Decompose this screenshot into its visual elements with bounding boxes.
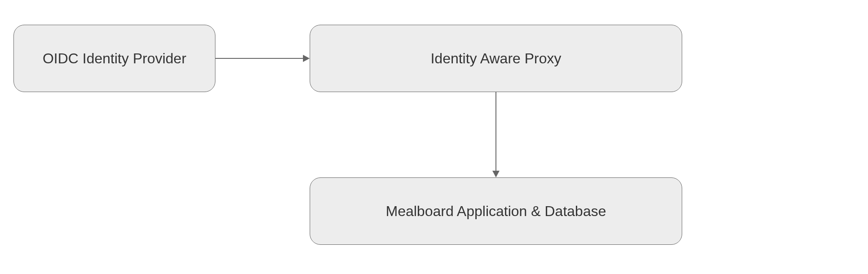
node-identity-aware-proxy: Identity Aware Proxy — [310, 25, 682, 92]
arrow-proxy-to-app — [495, 92, 496, 171]
node-label: Mealboard Application & Database — [386, 203, 606, 220]
node-label: Identity Aware Proxy — [430, 50, 561, 67]
node-mealboard-application: Mealboard Application & Database — [310, 177, 682, 245]
node-oidc-identity-provider: OIDC Identity Provider — [13, 25, 215, 92]
arrow-head-down-icon — [492, 171, 500, 177]
arrow-oidc-to-proxy — [215, 58, 303, 59]
node-label: OIDC Identity Provider — [43, 50, 186, 67]
arrow-head-right-icon — [303, 55, 310, 62]
